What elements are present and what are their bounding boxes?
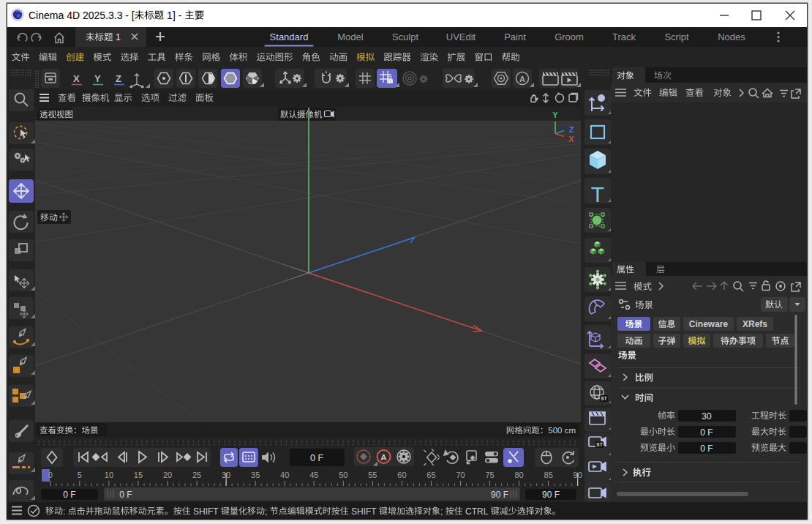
svg-text:0 F: 0 F: [310, 453, 323, 463]
svg-text:Track: Track: [612, 31, 636, 42]
svg-text:Cineware: Cineware: [689, 319, 729, 329]
svg-text:XRefs: XRefs: [743, 319, 767, 329]
svg-text:90 F: 90 F: [542, 490, 560, 500]
svg-text:;: ;: [265, 506, 267, 517]
svg-text:45: 45: [309, 471, 318, 479]
svg-text:CTRL: CTRL: [465, 506, 489, 517]
svg-text:10: 10: [105, 471, 113, 479]
svg-text:35: 35: [251, 471, 260, 479]
svg-text:90 F: 90 F: [491, 490, 508, 500]
svg-text:Groom: Groom: [555, 31, 584, 42]
svg-text:;: ;: [440, 506, 443, 517]
svg-text:A: A: [380, 453, 386, 462]
svg-text:15: 15: [134, 471, 143, 479]
svg-text:0: 0: [48, 471, 53, 479]
svg-text:Sculpt: Sculpt: [392, 31, 419, 42]
svg-text:Y: Y: [94, 73, 101, 84]
svg-text:500 cm: 500 cm: [548, 426, 576, 435]
svg-text:Z: Z: [569, 125, 574, 134]
svg-text:70: 70: [456, 471, 465, 479]
svg-text:Standard: Standard: [270, 31, 309, 42]
svg-text:0 F: 0 F: [700, 427, 713, 438]
svg-text:T: T: [591, 182, 604, 206]
svg-text:Cinema 4D 2025.3.3 - [: Cinema 4D 2025.3.3 - [: [29, 10, 135, 21]
svg-text:Nodes: Nodes: [718, 31, 745, 42]
svg-text:30: 30: [702, 411, 712, 422]
svg-text:80: 80: [514, 471, 523, 479]
svg-text:5: 5: [78, 471, 82, 479]
svg-text:Z: Z: [116, 73, 121, 84]
svg-text:0 F: 0 F: [119, 490, 132, 500]
svg-text:X: X: [73, 73, 80, 84]
svg-text:1: 1: [116, 32, 121, 42]
svg-text:40: 40: [280, 471, 289, 479]
svg-text:65: 65: [426, 471, 435, 479]
svg-text:1] -: 1] -: [167, 10, 182, 21]
svg-text:60: 60: [397, 471, 406, 479]
svg-text:ST: ST: [601, 396, 606, 401]
svg-text:X: X: [568, 135, 574, 143]
svg-text:55: 55: [368, 471, 377, 479]
svg-text:Script: Script: [664, 31, 689, 42]
svg-text:UVEdit: UVEdit: [446, 31, 476, 42]
svg-text:Paint: Paint: [504, 31, 526, 42]
svg-text:SHIFT: SHIFT: [351, 506, 377, 517]
svg-text:0 F: 0 F: [700, 443, 713, 454]
svg-text:75: 75: [485, 471, 494, 479]
svg-text:85: 85: [544, 471, 553, 479]
svg-text::: :: [63, 506, 65, 517]
svg-text:50: 50: [339, 471, 347, 479]
svg-text:Model: Model: [337, 31, 364, 42]
svg-text:25: 25: [192, 471, 201, 479]
svg-text:0 F: 0 F: [63, 490, 75, 500]
svg-text:A: A: [519, 75, 525, 83]
svg-text:SHIFT: SHIFT: [193, 506, 219, 517]
svg-text:Y: Y: [552, 111, 558, 119]
svg-text:20: 20: [163, 471, 172, 479]
svg-text:ST: ST: [596, 442, 602, 447]
